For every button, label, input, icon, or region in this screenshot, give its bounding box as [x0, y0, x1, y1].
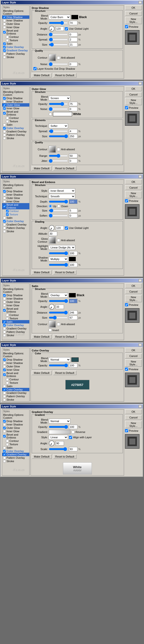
sidebar-color-overlay[interactable]: Color Overlay: [2, 220, 29, 223]
new-style-button[interactable]: New Style...: [125, 295, 142, 302]
close-button[interactable]: ✕: [139, 279, 142, 282]
size-input[interactable]: [69, 208, 77, 213]
angle-input[interactable]: [56, 305, 64, 309]
size-input[interactable]: [69, 134, 77, 138]
sidebar-item-gradient-overlay[interactable]: Gradient Overlay: [2, 49, 29, 52]
angle-dial[interactable]: [49, 225, 55, 231]
sidebar-inner-glow[interactable]: Inner Glow: [2, 430, 29, 433]
sidebar-pattern-overlay[interactable]: Pattern Overlay: [2, 394, 29, 398]
make-default-button[interactable]: Make Default: [32, 73, 52, 78]
make-default-button[interactable]: Make Default: [32, 454, 52, 459]
sidebar-texture[interactable]: Texture: [2, 317, 29, 320]
preview-checkbox[interactable]: [125, 25, 128, 28]
preview-checkbox[interactable]: [125, 106, 128, 109]
ok-button[interactable]: OK: [125, 5, 142, 10]
sidebar-satin[interactable]: Satin: [2, 446, 29, 449]
soften-input[interactable]: [69, 214, 77, 218]
cancel-button[interactable]: Cancel: [125, 354, 142, 358]
sidebar-item-outer-glow[interactable]: Outer Glow: [2, 22, 29, 26]
spread-input[interactable]: [69, 129, 77, 134]
opacity-input[interactable]: [69, 299, 77, 303]
sidebar-gradient-overlay[interactable]: Gradient Overlay: [2, 453, 29, 456]
sidebar-bevel[interactable]: Bevel and Emboss: [2, 307, 29, 313]
new-style-button[interactable]: New Style...: [125, 360, 142, 366]
sidebar-contour[interactable]: Contour: [2, 116, 29, 120]
glow-color-swatch[interactable]: [53, 112, 72, 116]
reset-default-button[interactable]: Reset to Default: [53, 166, 76, 170]
angle-dial[interactable]: [49, 440, 55, 446]
global-light-checkbox[interactable]: [65, 27, 68, 30]
shadow-color-swatch[interactable]: [69, 257, 76, 261]
cancel-button[interactable]: Cancel: [125, 92, 142, 97]
cancel-button[interactable]: Cancel: [125, 289, 142, 294]
sidebar-inner-shadow[interactable]: Inner Shadow: [2, 193, 29, 196]
sidebar-gradient-overlay[interactable]: Gradient Overlay: [2, 327, 29, 330]
sidebar-item-bevel[interactable]: Bevel and Emboss: [2, 29, 29, 35]
distance-slider[interactable]: [49, 311, 68, 314]
make-default-button[interactable]: Make Default: [32, 334, 52, 339]
sidebar-texture[interactable]: Texture: [2, 442, 29, 446]
technique-select[interactable]: Smooth: [49, 194, 75, 199]
anti-aliased-checkbox[interactable]: [57, 56, 60, 59]
outer-glow-checkbox[interactable]: [3, 23, 6, 25]
sidebar-stroke[interactable]: Stroke: [2, 136, 29, 140]
depth-input[interactable]: [69, 200, 77, 204]
close-button[interactable]: ✕: [139, 1, 142, 4]
sidebar-pattern-overlay[interactable]: Pattern Overlay: [2, 330, 29, 334]
sidebar-blending[interactable]: Blending Options: Custom: [2, 287, 29, 294]
sidebar-stroke[interactable]: Stroke: [2, 334, 29, 337]
sidebar-bevel[interactable]: Bevel and Emboss: [2, 203, 29, 209]
ok-button[interactable]: OK: [125, 348, 142, 353]
highlight-mode-select[interactable]: Linear Dodge (Add): [49, 245, 75, 250]
sidebar-drop-shadow[interactable]: Drop Shadow: [2, 420, 29, 423]
pattern-overlay-checkbox[interactable]: [3, 52, 6, 55]
sidebar-gradient-overlay[interactable]: Gradient Overlay: [2, 223, 29, 226]
gloss-contour-preview[interactable]: [49, 236, 56, 244]
angle-dial[interactable]: [49, 26, 55, 32]
sidebar-inner-shadow[interactable]: Inner Shadow: [2, 100, 29, 103]
sidebar-color-overlay[interactable]: Color Overlay: [2, 388, 29, 391]
opacity-slider[interactable]: [49, 102, 68, 106]
sidebar-stroke[interactable]: Stroke: [2, 398, 29, 401]
angle-input[interactable]: [56, 226, 64, 230]
sidebar-drop-shadow[interactable]: Drop Shadow: [2, 190, 29, 193]
opacity-input[interactable]: [69, 21, 77, 25]
contour-preview[interactable]: [49, 54, 56, 61]
sidebar-color-overlay[interactable]: Color Overlay: [2, 449, 29, 453]
ok-button[interactable]: OK: [125, 180, 142, 184]
opacity-slider[interactable]: [49, 364, 68, 367]
style-select[interactable]: Linear: [49, 435, 68, 440]
contour-preview[interactable]: [49, 320, 56, 328]
sidebar-color-overlay[interactable]: Color Overlay: [2, 126, 29, 130]
blend-mode-select[interactable]: Color Burn: [49, 15, 71, 20]
sidebar-item-blending[interactable]: Blending Options: Custom: [2, 9, 29, 16]
sidebar-pattern-overlay[interactable]: Pattern Overlay: [2, 133, 29, 136]
size-input[interactable]: [69, 316, 77, 320]
sidebar-contour[interactable]: Contour: [2, 209, 29, 213]
contour-preview[interactable]: [49, 146, 56, 153]
sidebar-satin[interactable]: Satin: [2, 216, 29, 220]
up-radio[interactable]: [49, 204, 52, 208]
new-style-button[interactable]: New Style...: [125, 421, 142, 428]
blend-mode-select[interactable]: Overlay: [49, 293, 68, 298]
sidebar-color-overlay[interactable]: Color Overlay: [2, 324, 29, 327]
sidebar-texture[interactable]: Texture: [2, 213, 29, 216]
close-button[interactable]: ✕: [139, 344, 142, 346]
size-slider[interactable]: [49, 43, 68, 46]
size-slider[interactable]: [49, 134, 68, 138]
soften-slider[interactable]: [49, 214, 68, 217]
sidebar-item-satin[interactable]: Satin: [2, 42, 29, 45]
sidebar-outer-glow[interactable]: Outer Glow: [2, 426, 29, 430]
altitude-input[interactable]: [49, 232, 57, 236]
new-style-button[interactable]: New Style...: [125, 191, 142, 198]
noise-slider[interactable]: [49, 62, 68, 66]
sidebar-inner-glow[interactable]: Inner Glow: [2, 106, 29, 110]
global-light-checkbox[interactable]: [65, 226, 68, 230]
color-swatch[interactable]: [69, 293, 76, 298]
jitter-slider[interactable]: [49, 159, 68, 162]
sidebar-blending[interactable]: Blending Options: Custom: [2, 90, 29, 96]
anti-aliased-checkbox[interactable]: [57, 148, 60, 151]
sidebar-drop-shadow[interactable]: Drop Shadow: [2, 96, 29, 100]
sidebar-contour[interactable]: Contour: [2, 378, 29, 381]
angle-input[interactable]: [56, 26, 64, 31]
